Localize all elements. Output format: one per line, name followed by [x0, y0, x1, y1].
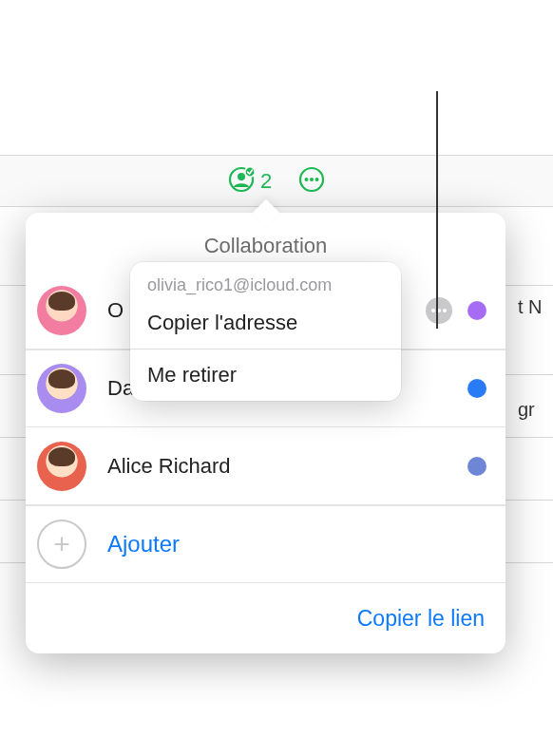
person-badge-icon [228, 166, 255, 197]
copy-link-button[interactable]: Copier le lien [26, 583, 505, 653]
popover-title: Collaboration [26, 234, 505, 258]
participant-color-dot [467, 457, 486, 476]
remove-me-item[interactable]: Me retirer [130, 350, 401, 401]
callout-line [436, 91, 438, 329]
avatar [37, 442, 86, 491]
participant-color-dot [467, 379, 486, 398]
add-participant-button[interactable]: + Ajouter [26, 505, 505, 583]
context-email: olivia_rico1@icloud.com [130, 262, 401, 297]
avatar [37, 364, 86, 413]
participant-context-menu: olivia_rico1@icloud.com Copier l'adresse… [130, 262, 401, 401]
svg-point-4 [305, 178, 309, 181]
copy-link-label: Copier le lien [357, 606, 485, 632]
participant-color-dot [467, 301, 486, 320]
collaboration-popover: Collaboration O Daniel Richard (propriét… [26, 213, 505, 653]
copy-address-item[interactable]: Copier l'adresse [130, 297, 401, 349]
participant-more-button[interactable] [426, 297, 452, 324]
add-label: Ajouter [107, 531, 180, 558]
avatar [37, 286, 86, 335]
collaboration-toolbar-button[interactable]: 2 [228, 166, 272, 197]
svg-point-5 [310, 178, 314, 181]
svg-point-6 [315, 178, 319, 181]
more-menu-toolbar-button[interactable] [298, 166, 325, 197]
svg-point-2 [245, 166, 255, 176]
bg-cell-text: t N [518, 296, 543, 318]
svg-point-1 [238, 173, 245, 180]
plus-circle-icon: + [37, 520, 86, 569]
toolbar: 2 [0, 155, 553, 207]
participant-row[interactable]: Alice Richard [26, 427, 505, 505]
ellipsis-circle-icon [298, 166, 325, 193]
participant-name: Alice Richard [107, 454, 467, 479]
bg-cell-text: gr [518, 399, 535, 421]
collab-count: 2 [260, 169, 272, 194]
